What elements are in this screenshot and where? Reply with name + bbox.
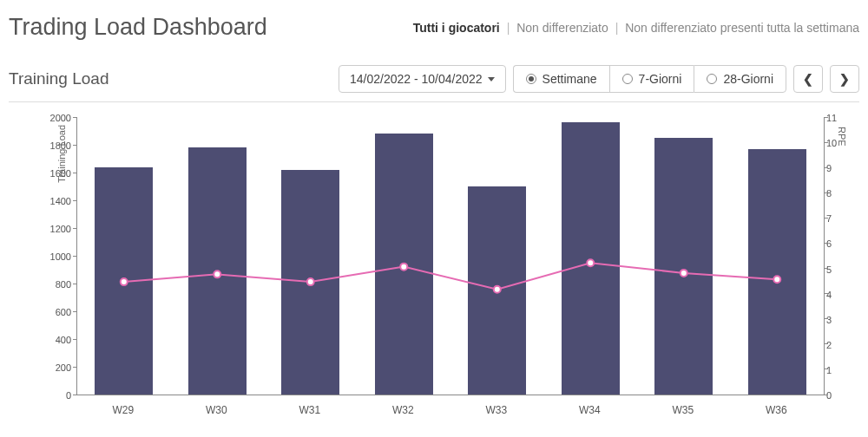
y1-tick: 0	[35, 390, 71, 401]
y2-tick: 8	[826, 188, 849, 199]
y2-tick: 5	[826, 264, 849, 275]
x-tick: W30	[206, 404, 227, 416]
period-label: 7-Giorni	[639, 72, 682, 86]
x-ticks: W29W30W31W32W33W34W35W36	[76, 404, 825, 421]
caret-down-icon	[488, 77, 495, 82]
chevron-right-icon: ❯	[839, 72, 850, 86]
y2-tick: 0	[826, 390, 849, 401]
period-7-giorni[interactable]: 7-Giorni	[609, 65, 694, 93]
y2-tick: 2	[826, 340, 849, 350]
x-tick: W36	[766, 404, 787, 416]
period-28-giorni[interactable]: 28-Giorni	[694, 65, 786, 93]
page-title: Trading Load Dashboard	[9, 14, 267, 41]
svg-point-1	[214, 271, 220, 277]
x-tick: W33	[485, 404, 507, 416]
y1-tick: 800	[35, 279, 71, 290]
y2-tick: 1	[826, 365, 849, 375]
player-filter-tabs: Tutti i giocatori | Non differenziato | …	[413, 21, 859, 35]
separator: |	[503, 21, 514, 35]
date-range-picker[interactable]: 14/02/2022 - 10/04/2022	[339, 65, 506, 93]
y2-tick: 10	[826, 138, 849, 148]
chevron-left-icon: ❮	[803, 72, 813, 86]
x-tick: W29	[112, 404, 134, 416]
y2-tick: 4	[826, 290, 849, 300]
separator: |	[612, 21, 622, 35]
svg-point-0	[121, 278, 128, 285]
rpe-line	[77, 118, 824, 395]
y1-tick: 1400	[35, 196, 71, 206]
y2-tick: 11	[826, 113, 849, 123]
y2-tick: 3	[826, 315, 849, 325]
y1-tick: 1200	[35, 224, 71, 234]
y2-tick: 9	[826, 163, 849, 173]
tab-non-diff[interactable]: Non differenziato	[516, 21, 608, 35]
tab-non-diff-full-week[interactable]: Non differenziato presenti tutta la sett…	[625, 21, 859, 35]
next-button[interactable]: ❯	[830, 65, 859, 93]
period-label: Settimane	[542, 72, 597, 86]
radio-icon	[622, 74, 633, 84]
y1-tick: 1600	[35, 168, 71, 179]
period-settimane[interactable]: Settimane	[513, 65, 609, 93]
tab-all-players[interactable]: Tutti i giocatori	[413, 21, 500, 35]
x-tick: W32	[392, 404, 414, 416]
x-tick: W34	[579, 404, 601, 416]
y1-tick: 400	[35, 335, 71, 345]
y2-tick: 6	[826, 238, 849, 249]
y1-tick: 200	[35, 362, 71, 373]
section-title: Training Load	[9, 69, 108, 88]
svg-point-7	[773, 276, 780, 283]
y1-tick: 2000	[35, 113, 71, 123]
prev-button[interactable]: ❮	[793, 65, 823, 93]
date-range-label: 14/02/2022 - 10/04/2022	[350, 72, 483, 86]
y1-tick: 1800	[35, 140, 71, 151]
plot-area	[76, 118, 825, 395]
svg-point-2	[307, 278, 314, 285]
y2-ticks: 01234567891011	[826, 118, 849, 395]
y1-ticks: 0200400600800100012001400160018002000	[35, 118, 71, 395]
x-tick: W31	[299, 404, 320, 416]
radio-icon	[707, 74, 717, 84]
svg-point-4	[494, 286, 501, 293]
divider	[9, 101, 859, 102]
radio-icon	[526, 74, 536, 84]
period-toggle-group: Settimane 7-Giorni 28-Giorni	[513, 65, 786, 93]
x-tick: W35	[672, 404, 694, 416]
training-load-chart: Training Load RPE 0200400600800100012001…	[9, 118, 859, 430]
y1-tick: 1000	[35, 251, 71, 262]
svg-point-6	[681, 270, 687, 277]
svg-point-3	[400, 264, 407, 271]
period-label: 28-Giorni	[723, 72, 773, 86]
svg-point-5	[587, 259, 594, 266]
y1-tick: 600	[35, 307, 71, 317]
y2-tick: 7	[826, 213, 849, 224]
